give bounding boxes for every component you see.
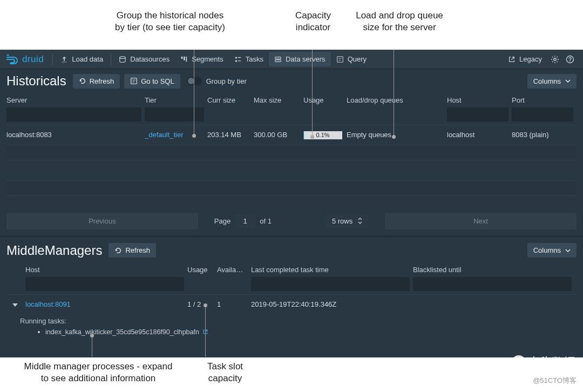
svg-rect-8 [337,56,343,62]
cell-max: 300.00 GB [254,125,303,145]
cell-mm-avail: 1 [217,295,251,314]
table-row: localhost:8091 1 / 2 1 2019-05-19T22:40:… [6,294,577,314]
nav-datasources[interactable]: Datasources [113,52,175,66]
col-usage[interactable]: Usage [303,93,347,107]
filter-mm-blacklist[interactable] [413,277,572,291]
settings-button[interactable] [547,52,562,67]
group-by-tier-label: Group by tier [206,77,247,85]
filter-mm-host[interactable] [25,277,184,291]
servers-icon [274,56,282,63]
svg-text:?: ? [568,57,572,63]
historicals-columns-button[interactable]: Columns [527,74,577,89]
mm-columns-button[interactable]: Columns [527,243,577,258]
nav-legacy[interactable]: Legacy [503,52,547,66]
rows-select[interactable]: 5 rows [326,214,369,228]
svg-rect-2 [184,56,185,60]
go-to-sql-button[interactable]: Go to SQL [124,74,180,89]
druid-logo-icon [5,53,18,66]
svg-rect-7 [275,59,281,62]
nav-data-servers[interactable]: Data servers [269,52,331,66]
refresh-icon [114,247,122,254]
divider [52,54,53,65]
historicals-refresh-button[interactable]: Refresh [73,74,120,89]
col-queues[interactable]: Load/drop queues [347,93,447,107]
historicals-title: Historicals [6,73,66,89]
usage-bar: 0.1% [303,131,342,139]
cell-mm-host[interactable]: localhost:8091 [25,295,187,314]
middlemanagers-title: MiddleManagers [6,243,102,258]
svg-point-9 [554,58,556,60]
bullet-icon [38,331,40,333]
svg-rect-3 [186,56,187,62]
filter-mm-last[interactable] [251,277,410,291]
cell-mm-blacklist [413,295,575,314]
query-icon [336,56,344,63]
svg-rect-12 [131,78,137,84]
running-tasks-label: Running tasks: [6,314,577,327]
upload-icon [60,56,68,63]
mm-refresh-button[interactable]: Refresh [109,243,156,258]
external-link-icon [508,56,516,63]
cell-queues: Empty queues [347,125,447,145]
cell-tier[interactable]: _default_tier [145,125,207,145]
historicals-table: Server Tier Curr size Max size Usage Loa… [0,93,583,205]
svg-rect-4 [235,57,237,58]
mm-table: Host Usage Availa… Last completed task t… [0,262,583,338]
cell-mm-last: 2019-05-19T22:40:19.346Z [251,295,413,314]
cell-port: 8083 (plain) [512,125,577,145]
previous-button[interactable]: Previous [6,213,198,229]
nav-load-data[interactable]: Load data [55,52,109,66]
col-max-size[interactable]: Max size [254,93,303,107]
col-tier[interactable]: Tier [145,93,207,107]
brand-label: druid [22,54,44,65]
page-input[interactable] [235,214,255,228]
col-mm-blacklist[interactable]: Blacklisted until [413,262,575,277]
annotation-task-slot: Task slotcapacity [201,361,249,384]
caret-down-icon [565,248,571,253]
annotation-mm-expand: Middle manager processes - expandto see … [6,361,190,384]
next-button[interactable]: Next [385,213,577,229]
col-mm-last[interactable]: Last completed task time [251,262,413,277]
tasks-icon [234,56,242,63]
nav-query[interactable]: Query [331,52,372,66]
cell-server: localhost:8083 [6,125,145,145]
filter-host[interactable] [447,107,509,121]
historicals-pager: Previous Page of 1 5 rows Next [0,208,583,234]
filter-port[interactable] [512,107,573,121]
gear-icon [551,55,559,64]
col-mm-usage[interactable]: Usage [187,262,217,277]
annotation-queues: Load and drop queuesize for the server [343,10,456,33]
cell-mm-usage: 1 / 2 [187,295,217,314]
annotation-group-tier: Group the historical nodesby tier (to se… [92,10,248,33]
filter-server[interactable] [6,107,141,121]
caret-down-icon [565,78,571,84]
nav-segments[interactable]: Segments [175,52,229,66]
top-navbar: druid Load data Datasources Segments Tas… [0,50,583,69]
col-mm-avail[interactable]: Availa… [217,262,251,277]
cell-usage: 0.1% [303,125,347,145]
table-row: localhost:8083 _default_tier 203.14 MB 3… [6,125,577,145]
svg-point-0 [120,56,126,58]
col-server[interactable]: Server [6,93,145,107]
svg-rect-6 [275,57,281,59]
svg-rect-1 [181,56,183,58]
cell-curr: 203.14 MB [207,125,254,145]
filter-tier[interactable] [145,107,204,121]
middlemanagers-header: MiddleManagers Refresh Columns [0,239,583,262]
segments-icon [180,56,188,63]
expand-toggle[interactable] [12,303,18,307]
nav-tasks[interactable]: Tasks [229,52,269,66]
cell-host: localhost [447,125,512,145]
page-of: of 1 [260,217,272,225]
sql-icon [130,77,138,85]
col-mm-host[interactable]: Host [25,262,187,277]
svg-rect-5 [235,60,237,62]
col-port[interactable]: Port [512,93,577,107]
brand[interactable]: druid [5,53,44,66]
help-button[interactable]: ? [562,52,578,67]
refresh-icon [79,77,86,85]
credit: @51CTO博客 [533,376,577,386]
historicals-header: Historicals Refresh Go to SQL Group by t… [0,69,583,93]
col-host[interactable]: Host [447,93,512,107]
col-curr-size[interactable]: Curr size [207,93,254,107]
